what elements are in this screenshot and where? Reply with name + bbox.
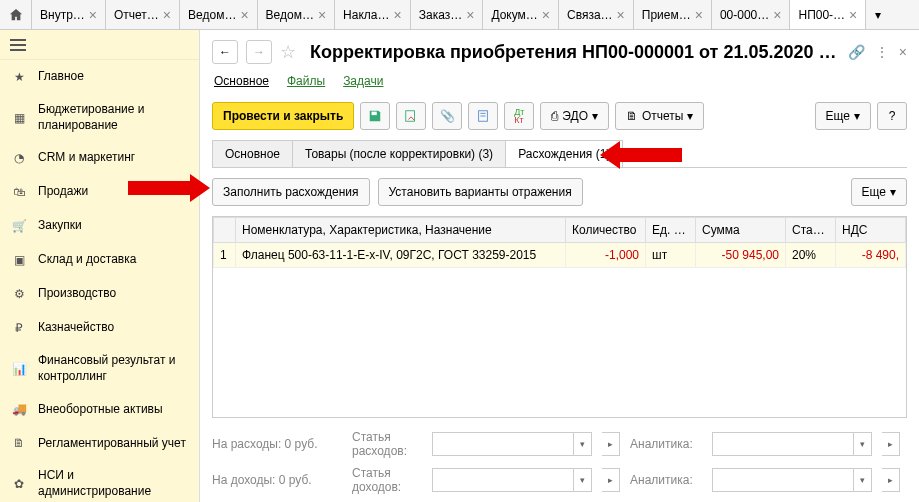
close-icon[interactable]: ×	[849, 8, 857, 22]
link-files[interactable]: Файлы	[287, 74, 325, 88]
close-icon[interactable]: ×	[899, 44, 907, 60]
sub-more-button[interactable]: Еще ▾	[851, 178, 907, 206]
gears-icon: ⚙	[10, 285, 28, 303]
expense-article-label: Статья расходов:	[352, 430, 422, 458]
sidebar-item-regulated[interactable]: 🗎Регламентированный учет	[0, 426, 199, 460]
expense-analytics-open[interactable]: ▸	[882, 432, 900, 456]
edo-button[interactable]: ⎙ ЭДО ▾	[540, 102, 609, 130]
col-unit[interactable]: Ед. …	[646, 218, 696, 243]
more-button[interactable]: Еще ▾	[815, 102, 871, 130]
col-rate[interactable]: Ста…	[786, 218, 836, 243]
post-close-button[interactable]: Провести и закрыть	[212, 102, 354, 130]
close-icon[interactable]: ×	[542, 8, 550, 22]
close-icon[interactable]: ×	[163, 8, 171, 22]
tab-4[interactable]: Накла…×	[335, 0, 411, 29]
sidebar-item-purchase[interactable]: 🛒Закупки	[0, 209, 199, 243]
sidebar-item-warehouse[interactable]: ▣Склад и доставка	[0, 243, 199, 277]
sidebar-item-main[interactable]: ★Главное	[0, 60, 199, 94]
expense-article-open[interactable]: ▸	[602, 432, 620, 456]
toolbar: Провести и закрыть 📎 ДтКт ⎙ ЭДО ▾ 🗎 Отче…	[200, 96, 919, 140]
sidebar-item-budget[interactable]: ▦Бюджетирование и планирование	[0, 94, 199, 141]
tab-1[interactable]: Отчет…×	[106, 0, 180, 29]
income-article-select[interactable]: ▾	[432, 468, 592, 492]
print-icon	[476, 109, 490, 123]
tab-goods[interactable]: Товары (после корректировки) (3)	[292, 140, 506, 167]
boxes-icon: ▣	[10, 251, 28, 269]
related-button[interactable]: 📎	[432, 102, 462, 130]
favorite-toggle[interactable]: ☆	[280, 41, 302, 63]
sidebar-item-admin[interactable]: ✿НСИ и администрирование	[0, 460, 199, 502]
close-icon[interactable]: ×	[695, 8, 703, 22]
home-tab[interactable]	[0, 0, 32, 29]
link-icon[interactable]: 🔗	[848, 44, 865, 60]
dtct-button[interactable]: ДтКт	[504, 102, 534, 130]
close-icon[interactable]: ×	[394, 8, 402, 22]
annotation-arrow-2	[600, 141, 682, 169]
tab-10[interactable]: НП00-…×	[790, 0, 866, 29]
calendar-icon: ▦	[10, 109, 28, 127]
sidebar-item-treasury[interactable]: ₽Казначейство	[0, 311, 199, 345]
close-icon[interactable]: ×	[617, 8, 625, 22]
sidebar-item-assets[interactable]: 🚚Внеоборотные активы	[0, 392, 199, 426]
analytics-label-1: Аналитика:	[630, 437, 702, 451]
menu-toggle[interactable]	[0, 30, 199, 60]
income-label: На доходы: 0 руб.	[212, 473, 342, 487]
expense-article-select[interactable]: ▾	[432, 432, 592, 456]
col-name[interactable]: Номенклатура, Характеристика, Назначение	[236, 218, 566, 243]
income-article-open[interactable]: ▸	[602, 468, 620, 492]
tab-3[interactable]: Ведом…×	[258, 0, 336, 29]
close-icon[interactable]: ×	[466, 8, 474, 22]
post-button[interactable]	[396, 102, 426, 130]
close-icon[interactable]: ×	[318, 8, 326, 22]
tab-7[interactable]: Связа…×	[559, 0, 634, 29]
tab-0[interactable]: Внутр…×	[32, 0, 106, 29]
col-qty[interactable]: Количество	[566, 218, 646, 243]
tab-main[interactable]: Основное	[212, 140, 293, 167]
window-tabs: Внутр…× Отчет…× Ведом…× Ведом…× Накла…× …	[0, 0, 919, 30]
tab-8[interactable]: Прием…×	[634, 0, 712, 29]
ruble-icon: ₽	[10, 319, 28, 337]
page-title: Корректировка приобретения НП00-000001 о…	[310, 42, 840, 63]
content: ← → ☆ Корректировка приобретения НП00-00…	[200, 30, 919, 502]
tab-6[interactable]: Докум…×	[483, 0, 559, 29]
chevron-down-icon: ▾	[573, 433, 591, 455]
close-icon[interactable]: ×	[240, 8, 248, 22]
tab-9[interactable]: 00-000…×	[712, 0, 791, 29]
col-idx[interactable]	[214, 218, 236, 243]
more-icon[interactable]: ⋮	[875, 44, 889, 60]
cell-unit: шт	[646, 243, 696, 268]
income-analytics-select[interactable]: ▾	[712, 468, 872, 492]
tab-5[interactable]: Заказ…×	[411, 0, 484, 29]
cell-qty: -1,000	[566, 243, 646, 268]
reports-button[interactable]: 🗎 Отчеты ▾	[615, 102, 704, 130]
col-vat[interactable]: НДС	[836, 218, 906, 243]
sidebar-item-production[interactable]: ⚙Производство	[0, 277, 199, 311]
link-main[interactable]: Основное	[214, 74, 269, 88]
help-button[interactable]: ?	[877, 102, 907, 130]
col-sum[interactable]: Сумма	[696, 218, 786, 243]
sidebar-item-crm[interactable]: ◔CRM и маркетинг	[0, 141, 199, 175]
forward-button[interactable]: →	[246, 40, 272, 64]
tabs-overflow[interactable]: ▾	[866, 0, 890, 29]
close-icon[interactable]: ×	[89, 8, 97, 22]
set-variants-button[interactable]: Установить варианты отражения	[378, 178, 583, 206]
income-analytics-open[interactable]: ▸	[882, 468, 900, 492]
bottom-panel: На расходы: 0 руб. Статья расходов: ▾ ▸ …	[212, 426, 907, 498]
close-icon[interactable]: ×	[773, 8, 781, 22]
expenses-label: На расходы: 0 руб.	[212, 437, 342, 451]
back-button[interactable]: ←	[212, 40, 238, 64]
chevron-down-icon: ▾	[573, 469, 591, 491]
fill-diff-button[interactable]: Заполнить расхождения	[212, 178, 370, 206]
truck-icon: 🚚	[10, 400, 28, 418]
sidebar-item-finance[interactable]: 📊Финансовый результат и контроллинг	[0, 345, 199, 392]
tab-2[interactable]: Ведом…×	[180, 0, 258, 29]
home-icon	[9, 8, 23, 22]
table-row[interactable]: 1 Фланец 500-63-11-1-E-x-IV, 09Г2С, ГОСТ…	[214, 243, 906, 268]
expense-analytics-select[interactable]: ▾	[712, 432, 872, 456]
cell-rate: 20%	[786, 243, 836, 268]
print-button[interactable]	[468, 102, 498, 130]
diff-grid[interactable]: Номенклатура, Характеристика, Назначение…	[212, 216, 907, 418]
save-button[interactable]	[360, 102, 390, 130]
link-tasks[interactable]: Задачи	[343, 74, 383, 88]
chevron-down-icon: ▾	[853, 433, 871, 455]
